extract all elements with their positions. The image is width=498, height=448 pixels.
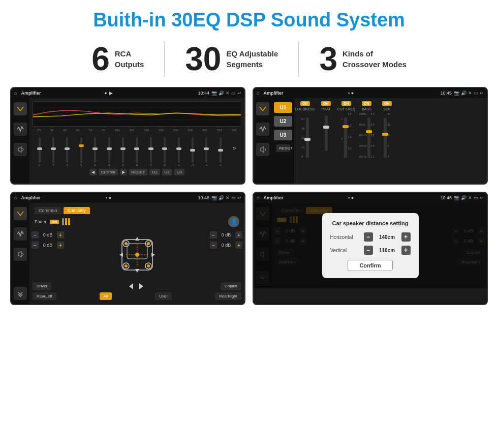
eq-slider-7[interactable]: 0 (118, 137, 128, 167)
tab-specialty-3[interactable]: Specialty (64, 207, 90, 214)
volume-icon-2[interactable]: 🔊 (461, 91, 466, 96)
eq-slider-5[interactable]: 0 (90, 137, 100, 167)
eq-u3-button[interactable]: U3 (174, 169, 184, 175)
arrow-left-icon-3[interactable] (127, 282, 135, 290)
home-icon-2[interactable]: ⌂ (257, 91, 259, 96)
sidebar-wave-btn-3[interactable] (14, 227, 27, 241)
eq-slider-13[interactable]: 0 (201, 137, 211, 167)
eq-slider-6[interactable]: 0 (104, 137, 114, 167)
camera-icon-3[interactable]: 📷 (211, 195, 217, 200)
bass-track[interactable] (367, 117, 370, 158)
fader-on-badge[interactable]: ON (50, 220, 59, 224)
ch-fr-plus[interactable]: + (235, 231, 242, 238)
back-icon-3[interactable]: ↩ (237, 195, 241, 200)
driver-button-3[interactable]: Driver (33, 282, 51, 290)
ch-rl-minus[interactable]: − (32, 242, 39, 249)
minimize-icon-1[interactable]: ▭ (231, 91, 236, 96)
close-icon-2[interactable]: ✕ (468, 91, 472, 96)
back-icon-1[interactable]: ↩ (237, 91, 241, 96)
loudness-on-badge[interactable]: ON (300, 101, 310, 106)
home-icon-1[interactable]: ⌂ (14, 91, 17, 96)
close-icon-4[interactable]: ✕ (468, 195, 472, 200)
eq-reset-button[interactable]: RESET (129, 169, 148, 175)
sidebar-expand-btn-3[interactable] (14, 287, 27, 300)
u2-button[interactable]: U2 (274, 116, 292, 127)
eq-next-button[interactable]: ▶ (120, 169, 127, 175)
eq-slider-12[interactable]: -1 (188, 137, 198, 167)
phat-on-badge[interactable]: ON (321, 101, 331, 106)
sub-track[interactable] (384, 117, 387, 158)
sidebar-eq-btn[interactable] (14, 102, 27, 115)
ch-fl-plus[interactable]: + (57, 231, 64, 238)
back-icon-2[interactable]: ↩ (480, 91, 484, 96)
volume-icon-4[interactable]: 🔊 (461, 195, 466, 200)
sidebar-speaker-btn-2[interactable] (256, 143, 269, 156)
camera-icon-2[interactable]: 📷 (454, 91, 459, 96)
home-icon-3[interactable]: ⌂ (14, 195, 17, 200)
dot-icon-3: ● (109, 195, 111, 200)
eq-slider-10[interactable]: 0 (160, 137, 170, 167)
cutfreq-on-badge[interactable]: ON (341, 101, 351, 106)
mixer-reset-button[interactable]: RESET (276, 144, 290, 152)
ch-rr-plus[interactable]: + (235, 242, 242, 249)
eq-slider-nav[interactable]: » (229, 144, 239, 167)
copilot-button-3[interactable]: Copilot (221, 282, 241, 290)
camera-icon-4[interactable]: 📷 (454, 195, 459, 200)
eq-slider-11[interactable]: 0 (174, 137, 184, 167)
close-icon-3[interactable]: ✕ (226, 195, 230, 200)
eq-u1-button[interactable]: U1 (149, 169, 160, 175)
dialog-horizontal-minus[interactable]: − (364, 232, 373, 242)
tab-common-3[interactable]: Common (35, 207, 61, 214)
cutfreq-track[interactable] (344, 117, 347, 158)
bass-on-badge[interactable]: ON (362, 101, 371, 106)
volume-icon-1[interactable]: 🔊 (219, 91, 224, 96)
sidebar-speaker-btn[interactable] (14, 143, 27, 156)
eq-slider-14[interactable]: -1 (215, 137, 226, 167)
minimize-icon-2[interactable]: ▭ (474, 91, 478, 96)
eq-slider-4[interactable]: 5 (76, 137, 86, 167)
user-button-3[interactable]: User (155, 292, 172, 300)
dialog-vertical-minus[interactable]: − (364, 246, 373, 255)
eq-slider-9[interactable]: 0 (146, 137, 156, 167)
ch-fl-minus[interactable]: − (32, 231, 39, 238)
eq-u2-button[interactable]: U2 (162, 169, 172, 175)
minimize-icon-3[interactable]: ▭ (231, 195, 236, 200)
all-button-3[interactable]: All (100, 292, 112, 300)
arrow-right-icon-3[interactable] (137, 282, 145, 290)
eq-custom-button[interactable]: Custom (99, 169, 118, 175)
ch-rl-plus[interactable]: + (57, 242, 64, 249)
dialog-vertical-plus[interactable]: + (401, 246, 411, 255)
back-icon-4[interactable]: ↩ (480, 195, 484, 200)
eq-slider-1[interactable]: 0 (35, 137, 45, 167)
eq-slider-8[interactable]: 0 (132, 137, 142, 167)
ch-fr-minus[interactable]: − (210, 231, 217, 238)
eq-prev-button[interactable]: ◀ (89, 169, 97, 175)
sidebar-eq-btn-2[interactable] (256, 102, 269, 115)
dialog-overlay: Car speaker distance setting Horizontal … (254, 203, 487, 288)
eq-slider-2[interactable]: 0 (48, 137, 58, 167)
sub-on-badge[interactable]: ON (382, 101, 392, 106)
close-icon-1[interactable]: ✕ (226, 91, 230, 96)
play-icon-1[interactable]: ▶ (109, 91, 113, 96)
camera-icon-1[interactable]: 📷 (211, 91, 217, 96)
minimize-icon-4[interactable]: ▭ (474, 195, 478, 200)
rearleft-button-3[interactable]: RearLeft (33, 292, 56, 300)
sidebar-wave-btn[interactable] (14, 123, 27, 136)
u1-button[interactable]: U1 (274, 102, 292, 113)
eq-slider-3[interactable]: 0 (62, 137, 72, 167)
confirm-button[interactable]: Confirm (348, 260, 392, 271)
home-icon-4[interactable]: ⌂ (257, 195, 259, 200)
fader-sliders (62, 218, 70, 225)
sidebar-wave-btn-2[interactable] (256, 123, 269, 136)
dialog-horizontal-plus[interactable]: + (401, 232, 411, 242)
loudness-track[interactable] (306, 117, 309, 158)
sidebar-eq-btn-3[interactable] (14, 207, 27, 220)
volume-icon-3[interactable]: 🔊 (219, 195, 224, 200)
u3-button[interactable]: U3 (274, 130, 292, 140)
ch-rr-minus[interactable]: − (210, 242, 217, 249)
page-title: Buith-in 30EQ DSP Sound System (0, 0, 498, 36)
person-icon-3[interactable]: 👤 (228, 216, 239, 227)
rearright-button-3[interactable]: RearRight (215, 292, 241, 300)
sidebar-speaker-btn-3[interactable] (14, 248, 27, 261)
phat-track[interactable] (325, 115, 328, 151)
